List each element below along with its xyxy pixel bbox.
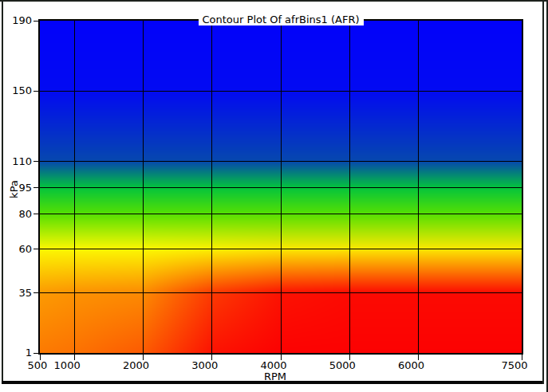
gridline-horizontal: [40, 161, 522, 162]
y-tick-label: 95: [0, 182, 32, 194]
window-border-right-inner: [542, 0, 544, 384]
x-tick-label: 4000: [254, 359, 294, 371]
y-tick-label: 80: [0, 208, 32, 220]
y-tick-label: 150: [0, 84, 32, 96]
x-tick-label: 5000: [322, 359, 362, 371]
x-axis-title: RPM: [38, 371, 512, 382]
y-tick-label: 35: [0, 287, 32, 299]
plot-frame: [38, 19, 523, 355]
y-tick-label: 190: [0, 14, 32, 26]
x-tick-label: 6000: [392, 359, 432, 371]
gridline-horizontal: [40, 249, 522, 249]
y-tick-label: 1: [0, 347, 32, 359]
y-tick-mark: [34, 187, 38, 188]
y-tick-mark: [34, 353, 38, 354]
gridline-horizontal: [40, 187, 522, 188]
y-tick-mark: [34, 91, 38, 92]
gridline-horizontal: [40, 292, 522, 293]
contour-plot-window: Contour Plot Of afrBins1 (AFR) kPa RPM 5…: [0, 0, 548, 392]
y-tick-label: 110: [0, 155, 32, 167]
gridline-horizontal: [40, 214, 522, 214]
window-border-top: [0, 0, 548, 2]
x-tick-label: 1000: [47, 359, 87, 371]
x-tick-label: 3000: [185, 359, 225, 371]
y-tick-mark: [34, 161, 38, 162]
y-tick-mark: [34, 249, 38, 249]
y-tick-mark: [34, 292, 38, 293]
y-tick-mark: [34, 214, 38, 214]
x-tick-label: 7500: [495, 359, 534, 371]
y-tick-mark: [34, 21, 38, 22]
y-tick-label: 60: [0, 243, 32, 255]
gridline-horizontal: [40, 91, 522, 92]
x-tick-label: 2000: [116, 359, 156, 371]
